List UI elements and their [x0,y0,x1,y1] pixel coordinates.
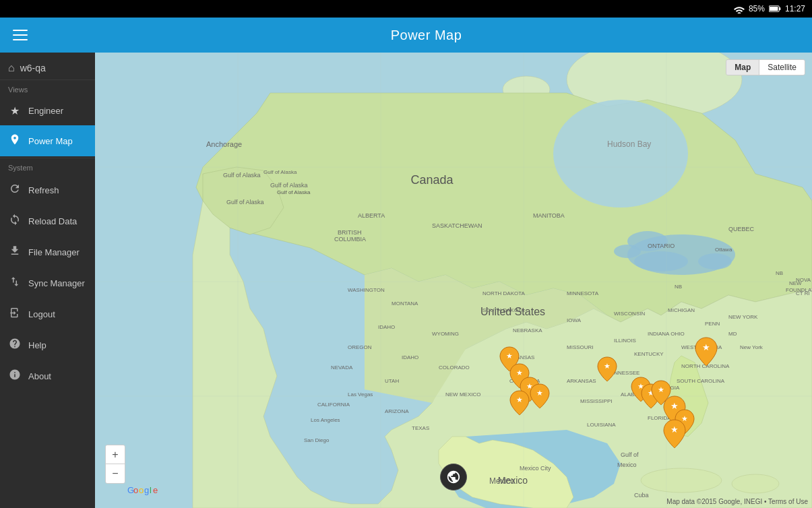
svg-text:SOUTH CAROLINA: SOUTH CAROLINA [677,378,725,384]
reload-data-label: Reload Data [28,216,77,226]
svg-text:o: o [139,485,144,495]
refresh-icon [8,183,22,197]
svg-text:Ottawa: Ottawa [715,247,732,253]
svg-point-13 [732,474,779,493]
svg-text:ALBERTA: ALBERTA [358,212,385,219]
svg-text:Hudson Bay: Hudson Bay [607,139,651,149]
google-logo: G o o g l e [127,484,161,497]
svg-text:PENN: PENN [705,321,720,327]
svg-text:CALIFORNIA: CALIFORNIA [317,402,350,408]
sidebar-item-refresh[interactable]: Refresh [0,174,95,205]
svg-text:Mexico: Mexico [617,462,637,468]
sidebar-item-about[interactable]: About [0,360,95,391]
zoom-out-button[interactable]: − [106,464,125,483]
svg-text:San Diego: San Diego [304,437,330,443]
zoom-in-button[interactable]: + [106,445,125,464]
svg-text:COLUMBIA: COLUMBIA [334,236,366,243]
svg-text:NORTH DAKOTA: NORTH DAKOTA [482,290,525,296]
svg-text:SASKATCHEWAN: SASKATCHEWAN [432,222,482,229]
sidebar-item-engineer[interactable]: ★ Engineer [0,96,95,125]
help-label: Help [28,340,46,350]
svg-text:Anchorage: Anchorage [206,140,242,148]
map-background: Canada United States Mexico Anchorage Gu… [95,53,812,508]
svg-text:NEW YORK: NEW YORK [728,314,758,320]
power-map-label: Power Map [28,136,73,146]
file-manager-label: File Manager [28,247,80,257]
engineer-label: Engineer [28,106,63,116]
svg-text:ARIZONA: ARIZONA [385,408,409,414]
svg-text:Mexico: Mexico [489,476,515,486]
username-label: w6-qa [20,63,46,73]
status-bar: 85% 11:27 [0,0,812,18]
svg-text:WASHINGTON: WASHINGTON [348,287,385,293]
page-title: Power Map [40,28,812,43]
satellite-button[interactable]: Satellite [759,60,805,75]
svg-text:BRITISH: BRITISH [338,229,362,236]
svg-text:MISSISSIPPI: MISSISSIPPI [580,398,613,404]
svg-text:WISCONSIN: WISCONSIN [614,311,645,317]
sidebar: ⌂ w6-qa Views ★ Engineer Power Map Syste… [0,53,95,508]
menu-button[interactable] [0,18,40,53]
reload-icon [8,214,22,228]
svg-text:MANITOBA: MANITOBA [533,212,565,219]
map-button[interactable]: Map [726,60,759,75]
svg-point-8 [614,245,641,258]
zoom-controls: + − [105,445,125,484]
sidebar-item-power-map[interactable]: Power Map [0,125,95,156]
svg-text:OREGON: OREGON [348,344,372,350]
svg-text:★: ★ [536,389,543,397]
svg-text:★: ★ [516,395,523,404]
svg-point-9 [634,251,688,272]
time: 11:27 [785,4,805,13]
svg-text:★: ★ [670,424,679,435]
svg-text:Gulf of Alaska: Gulf of Alaska [270,182,308,189]
hamburger-icon [13,30,28,40]
about-label: About [28,371,51,381]
svg-text:Gulf of: Gulf of [621,451,639,458]
svg-text:MONTANA: MONTANA [392,300,418,307]
svg-text:KENTUCKY: KENTUCKY [634,351,664,357]
svg-rect-2 [770,7,778,11]
svg-text:Los Angeles: Los Angeles [311,417,340,423]
svg-text:MINNESOTA: MINNESOTA [567,290,599,296]
sidebar-item-logout[interactable]: Logout [0,298,95,329]
wifi-icon [734,5,745,13]
sidebar-item-reload-data[interactable]: Reload Data [0,205,95,236]
svg-text:ONTARIO: ONTARIO [648,243,675,249]
svg-text:SOUTH DAKOTA: SOUTH DAKOTA [482,307,525,313]
svg-point-12 [641,468,722,493]
svg-point-11 [553,100,688,208]
globe-icon [446,470,461,484]
map-area[interactable]: Canada United States Mexico Anchorage Gu… [95,53,812,508]
battery-percent: 85% [749,4,765,13]
system-section-label: System [0,158,95,174]
refresh-label: Refresh [28,185,59,195]
svg-text:IDAHO: IDAHO [402,354,418,360]
svg-text:IOWA: IOWA [567,317,582,323]
svg-text:★: ★ [681,414,688,422]
svg-text:★: ★ [702,342,710,352]
sidebar-item-file-manager[interactable]: File Manager [0,236,95,267]
svg-text:IDAHO: IDAHO [378,324,395,330]
svg-text:Mexico City: Mexico City [520,465,551,472]
svg-text:WYOMING: WYOMING [432,331,459,337]
globe-button[interactable] [440,464,467,490]
svg-text:TEXAS: TEXAS [412,425,429,431]
svg-text:NEBRASKA: NEBRASKA [513,327,542,334]
svg-text:New York: New York [740,344,763,350]
sidebar-item-help[interactable]: Help [0,329,95,360]
svg-text:UTAH: UTAH [385,378,399,384]
svg-point-10 [698,253,732,269]
sync-manager-label: Sync Manager [28,278,85,288]
download-icon [8,245,22,259]
svg-text:e: e [153,485,158,495]
sidebar-item-sync-manager[interactable]: Sync Manager [0,267,95,298]
svg-text:★: ★ [506,352,513,360]
svg-text:Cuba: Cuba [634,492,649,499]
logout-label: Logout [28,309,55,319]
svg-text:NEVADA: NEVADA [331,364,353,371]
svg-text:LOUISIANA: LOUISIANA [587,422,616,428]
svg-text:MISSOURI: MISSOURI [567,344,594,350]
svg-text:o: o [133,485,138,495]
home-icon: ⌂ [8,62,15,74]
